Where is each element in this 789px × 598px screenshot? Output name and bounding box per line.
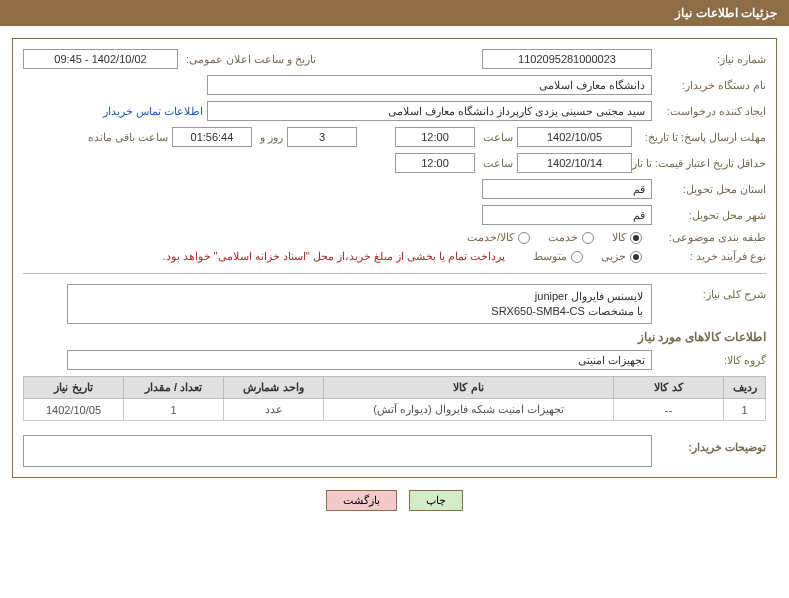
radio-goods-label: کالا (612, 231, 626, 244)
time-label-2: ساعت (479, 157, 513, 170)
cell-code: -- (614, 399, 724, 421)
price-validity-date: 1402/10/14 (517, 153, 632, 173)
reply-deadline-date: 1402/10/05 (517, 127, 632, 147)
buyer-comments-label: توضیحات خریدار: (656, 435, 766, 454)
radio-icon (582, 232, 594, 244)
cell-row: 1 (724, 399, 766, 421)
button-bar: چاپ بازگشت (0, 490, 789, 511)
th-row: ردیف (724, 377, 766, 399)
announce-value: 1402/10/02 - 09:45 (23, 49, 178, 69)
subject-class-radio-group: کالا خدمت کالا/خدمت (467, 231, 652, 244)
announce-label: تاریخ و ساعت اعلان عمومی: (182, 53, 316, 66)
radio-icon (630, 251, 642, 263)
delivery-province-label: استان محل تحویل: (656, 183, 766, 196)
th-name: نام کالا (324, 377, 614, 399)
remaining-days: 3 (287, 127, 357, 147)
radio-medium-label: متوسط (533, 250, 567, 263)
delivery-city-label: شهر محل تحویل: (656, 209, 766, 222)
delivery-city-value: قم (482, 205, 652, 225)
radio-icon (518, 232, 530, 244)
general-desc-label: شرح کلی نیاز: (656, 284, 766, 301)
radio-goods[interactable]: کالا (612, 231, 642, 244)
th-code: کد کالا (614, 377, 724, 399)
th-qty: تعداد / مقدار (124, 377, 224, 399)
panel-header: جزئیات اطلاعات نیاز (0, 0, 789, 26)
need-number-value: 1102095281000023 (482, 49, 652, 69)
buyer-org-label: نام دستگاه خریدار: (656, 79, 766, 92)
subject-class-label: طبقه بندی موضوعی: (656, 231, 766, 244)
payment-note: پرداخت تمام یا بخشی از مبلغ خرید،از محل … (162, 250, 505, 263)
radio-service-label: خدمت (548, 231, 578, 244)
reply-deadline-label: مهلت ارسال پاسخ: تا تاریخ: (636, 131, 766, 144)
general-desc-line2: با مشخصات SRX650-SMB4-CS (76, 304, 643, 319)
days-and-label: روز و (256, 131, 283, 144)
remaining-label: ساعت باقی مانده (84, 131, 168, 144)
table-row: 1 -- تجهیزات امنیت شبکه فایروال (دیواره … (24, 399, 766, 421)
buyer-contact-link[interactable]: اطلاعات تماس خریدار (103, 105, 203, 118)
reply-deadline-time: 12:00 (395, 127, 475, 147)
time-label-1: ساعت (479, 131, 513, 144)
back-button[interactable]: بازگشت (326, 490, 397, 511)
purchase-type-label: نوع فرآیند خرید : (656, 250, 766, 263)
remaining-hours: 01:56:44 (172, 127, 252, 147)
delivery-province-value: قم (482, 179, 652, 199)
requester-value: سید مجتبی حسینی یزدی کارپرداز دانشگاه مع… (207, 101, 652, 121)
goods-info-title: اطلاعات کالاهای مورد نیاز (23, 330, 766, 344)
th-date: تاریخ نیاز (24, 377, 124, 399)
purchase-type-radio-group: جزیی متوسط (533, 250, 652, 263)
general-desc-line1: لایسنس فایروال juniper (76, 289, 643, 304)
panel-title: جزئیات اطلاعات نیاز (675, 6, 777, 20)
cell-name: تجهیزات امنیت شبکه فایروال (دیواره آتش) (324, 399, 614, 421)
main-panel: شماره نیاز: 1102095281000023 تاریخ و ساع… (12, 38, 777, 478)
print-button[interactable]: چاپ (409, 490, 463, 511)
radio-service[interactable]: خدمت (548, 231, 594, 244)
radio-icon (630, 232, 642, 244)
radio-medium[interactable]: متوسط (533, 250, 583, 263)
price-validity-time: 12:00 (395, 153, 475, 173)
cell-date: 1402/10/05 (24, 399, 124, 421)
radio-goods-service-label: کالا/خدمت (467, 231, 514, 244)
goods-group-value: تجهیزات امنیتی (67, 350, 652, 370)
divider (23, 273, 766, 274)
general-desc-value: لایسنس فایروال juniper با مشخصات SRX650-… (67, 284, 652, 324)
table-header-row: ردیف کد کالا نام کالا واحد شمارش تعداد /… (24, 377, 766, 399)
radio-small[interactable]: جزیی (601, 250, 642, 263)
cell-qty: 1 (124, 399, 224, 421)
price-validity-label: حداقل تاریخ اعتبار قیمت: تا تاریخ: (636, 157, 766, 170)
buyer-org-value: دانشگاه معارف اسلامی (207, 75, 652, 95)
radio-small-label: جزیی (601, 250, 626, 263)
th-unit: واحد شمارش (224, 377, 324, 399)
cell-unit: عدد (224, 399, 324, 421)
need-number-label: شماره نیاز: (656, 53, 766, 66)
goods-group-label: گروه کالا: (656, 354, 766, 367)
requester-label: ایجاد کننده درخواست: (656, 105, 766, 118)
radio-goods-service[interactable]: کالا/خدمت (467, 231, 530, 244)
buyer-comments-box (23, 435, 652, 467)
radio-icon (571, 251, 583, 263)
goods-table: ردیف کد کالا نام کالا واحد شمارش تعداد /… (23, 376, 766, 421)
